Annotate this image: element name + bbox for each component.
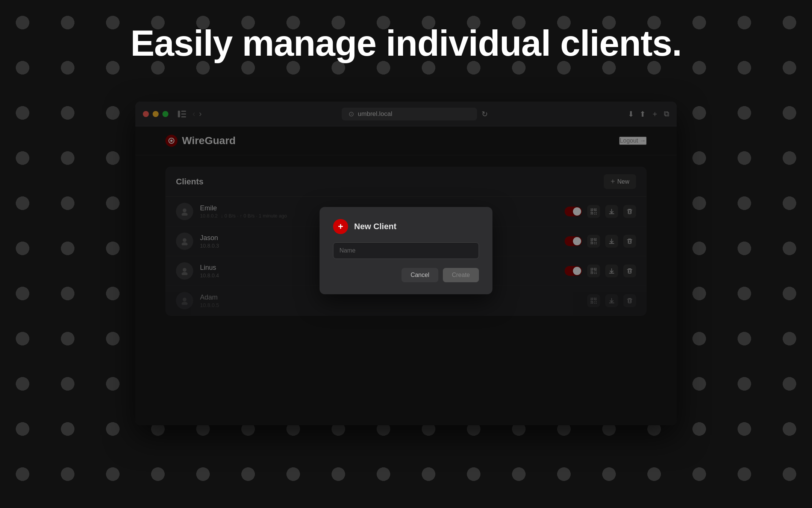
modal-plus-icon: + [333,219,348,234]
modal-title: New Client [354,222,396,231]
cancel-button[interactable]: Cancel [401,268,438,282]
modal-header: + New Client [333,219,479,234]
browser-window: ‹ › ⊙ umbrel.local ↻ ⬇ ⬆ ＋ ⧉ [135,102,677,425]
create-button[interactable]: Create [443,268,479,282]
modal-actions: Cancel Create [333,268,479,282]
new-client-name-input[interactable] [333,242,479,259]
hero-text: Easily manage individual clients. [0,23,812,64]
app-content: WireGuard Logout → Clients + New [135,126,677,425]
new-client-modal: + New Client Cancel Create [320,207,492,294]
modal-overlay: + New Client Cancel Create [135,102,677,425]
